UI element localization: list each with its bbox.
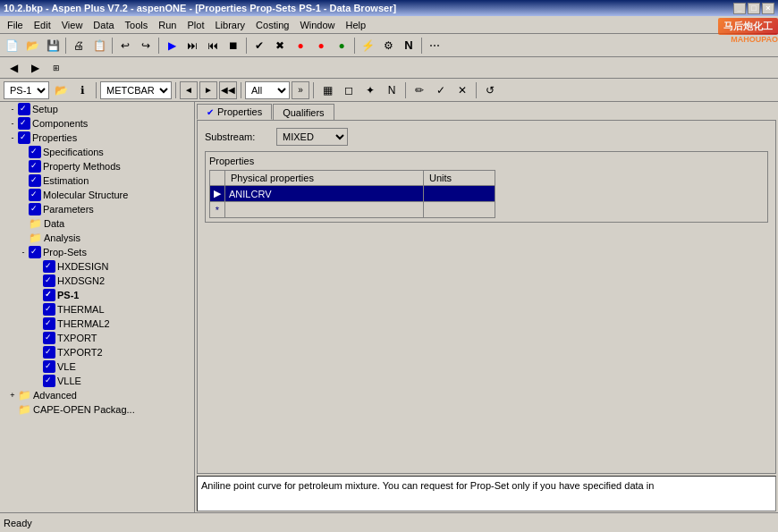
new-btn[interactable]: 📄	[2, 36, 21, 55]
menu-costing[interactable]: Costing	[250, 18, 294, 32]
hxdsgn2-label: HXDSGN2	[57, 275, 105, 286]
tree-item-thermal[interactable]: ✓ THERMAL	[32, 302, 194, 317]
expand-setup[interactable]: -	[7, 104, 18, 114]
back2-btn[interactable]: ◀	[4, 58, 23, 78]
reset-btn[interactable]: ⏹	[224, 36, 243, 55]
main-toolbar: 📄 📂 💾 🖨 📋 ↩ ↪ ▶ ⏭ ⏮ ⏹ ✔ ✖ ● ● ● ⚡ ⚙ N ⋯	[0, 34, 778, 57]
expand-properties[interactable]: -	[7, 132, 18, 143]
tree-item-txport[interactable]: ✓ TXPORT	[32, 331, 194, 345]
redo-btn[interactable]: ↪	[136, 36, 156, 55]
more-btn[interactable]: ⋯	[425, 36, 444, 55]
expand-advanced[interactable]: +	[7, 390, 18, 401]
tree-item-propertymethods[interactable]: ✓ Property Methods	[18, 159, 194, 173]
delete-icon[interactable]: ✕	[452, 80, 472, 100]
table-row[interactable]: *	[210, 202, 495, 218]
expand-all-btn[interactable]: »	[292, 81, 309, 99]
tree-item-specifications[interactable]: ✓ Specifications	[18, 145, 194, 159]
clear-btn[interactable]: ✖	[270, 36, 290, 55]
menu-file[interactable]: File	[2, 18, 29, 32]
tree-item-hxdsgn2[interactable]: ✓ HXDSGN2	[32, 274, 194, 288]
tree-item-parameters[interactable]: ✓ Parameters	[18, 202, 194, 216]
tree-item-estimation[interactable]: ✓ Estimation	[18, 173, 194, 188]
window-controls: _ □ ×	[733, 3, 774, 14]
close-btn[interactable]: ×	[762, 3, 774, 14]
pause-btn[interactable]: ●	[332, 36, 351, 55]
tree-item-analysis[interactable]: 📁 Analysis	[18, 231, 194, 245]
browse-btn[interactable]: 📂	[51, 80, 71, 100]
molstructure-label: Molecular Structure	[43, 190, 128, 200]
step-btn[interactable]: ⏭	[182, 36, 202, 55]
tree-item-molstructure[interactable]: ✓ Molecular Structure	[18, 188, 194, 202]
menu-edit[interactable]: Edit	[29, 18, 56, 32]
next2-btn[interactable]: ►	[199, 81, 217, 99]
tree-scroll[interactable]: - ✓ Setup - ✓ Components -	[0, 102, 194, 513]
prop-value-1[interactable]: ANILCRV	[225, 186, 424, 202]
edit-icon[interactable]: ✏	[410, 80, 429, 100]
menu-run[interactable]: Run	[153, 18, 182, 32]
tab-properties[interactable]: ✔ Properties	[197, 104, 272, 120]
substream-dropdown[interactable]: MIXED	[276, 128, 348, 146]
tree-item-components[interactable]: - ✓ Components	[7, 116, 194, 131]
properties-btn[interactable]: ⚙	[378, 36, 398, 55]
tree-item-advanced[interactable]: + 📁 Advanced	[7, 388, 194, 402]
minimize-btn[interactable]: _	[733, 3, 746, 14]
check-btn[interactable]: ✔	[249, 36, 269, 55]
hxdesign-label: HXDESIGN	[57, 261, 108, 272]
fwd2-btn[interactable]: ▶	[25, 58, 45, 78]
info2-btn[interactable]: ℹ	[72, 80, 92, 100]
first-btn[interactable]: ◀◀	[219, 81, 237, 99]
tree-item-setup[interactable]: - ✓ Setup	[7, 102, 194, 116]
refresh-icon[interactable]: ↺	[480, 80, 500, 100]
status-text: Ready	[4, 518, 32, 528]
expand-propsets[interactable]: -	[18, 247, 29, 258]
nav-icon1[interactable]: ▦	[317, 80, 337, 100]
open-btn[interactable]: 📂	[22, 36, 42, 55]
unit-selector[interactable]: METCBAR	[100, 81, 172, 99]
tree-item-vle[interactable]: ✓ VLE	[32, 359, 194, 374]
thermal2-label: THERMAL2	[57, 318, 110, 329]
nav-icon3[interactable]: ✦	[360, 80, 380, 100]
menu-window[interactable]: Window	[294, 18, 340, 32]
grid-btn[interactable]: ⊞	[47, 58, 66, 78]
connect-btn[interactable]: ⚡	[358, 36, 377, 55]
stop-btn[interactable]: ●	[311, 36, 331, 55]
stream-selector[interactable]: PS-1	[4, 81, 49, 99]
tree-item-propsets[interactable]: - ✓ Prop-Sets	[18, 245, 194, 259]
tree-item-hxdesign[interactable]: ✓ HXDESIGN	[32, 259, 194, 274]
menu-data[interactable]: Data	[88, 18, 119, 32]
menu-view[interactable]: View	[56, 18, 89, 32]
prev-btn[interactable]: ◄	[180, 81, 198, 99]
expand-components[interactable]: -	[7, 118, 18, 129]
units-value-1	[424, 186, 495, 202]
prop-value-2[interactable]	[225, 202, 424, 218]
stepback-btn[interactable]: ⏮	[203, 36, 223, 55]
estimation-label: Estimation	[43, 175, 89, 186]
table-row[interactable]: ▶ ANILCRV	[210, 186, 495, 202]
filter-selector[interactable]: All	[245, 81, 290, 99]
print-btn[interactable]: 🖨	[69, 36, 89, 55]
check-icon[interactable]: ✓	[431, 80, 451, 100]
tree-item-ps1[interactable]: ✓ PS-1	[32, 288, 194, 302]
next-btn[interactable]: ●	[291, 36, 310, 55]
maximize-btn[interactable]: □	[748, 3, 760, 14]
nav-icon2[interactable]: ◻	[339, 80, 359, 100]
tree-item-thermal2[interactable]: ✓ THERMAL2	[32, 317, 194, 331]
tree-item-capeopen[interactable]: 📁 CAPE-OPEN Packag...	[7, 402, 194, 417]
tree-item-properties[interactable]: - ✓ Properties	[7, 131, 194, 145]
menu-help[interactable]: Help	[341, 18, 372, 32]
tree-item-vlle[interactable]: ✓ VLLE	[32, 374, 194, 388]
undo-btn[interactable]: ↩	[115, 36, 135, 55]
tree-item-data[interactable]: 📁 Data	[18, 216, 194, 231]
tab-strip: ✔ Properties Qualifiers	[195, 102, 778, 120]
save-btn[interactable]: 💾	[43, 36, 63, 55]
run-btn[interactable]: ▶	[162, 36, 182, 55]
nav-icon4[interactable]: N	[382, 80, 402, 100]
info-btn[interactable]: N	[399, 36, 419, 55]
vle-label: VLE	[57, 361, 76, 372]
copy-btn[interactable]: 📋	[89, 36, 109, 55]
menu-tools[interactable]: Tools	[120, 18, 154, 32]
tab-qualifiers[interactable]: Qualifiers	[273, 104, 334, 120]
menu-plot[interactable]: Plot	[182, 18, 209, 32]
tree-item-txport2[interactable]: ✓ TXPORT2	[32, 345, 194, 359]
menu-library[interactable]: Library	[209, 18, 250, 32]
